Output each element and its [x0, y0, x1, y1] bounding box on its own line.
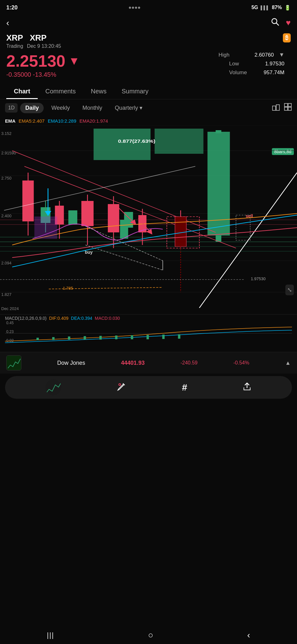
- tabs: Chart Comments News Summary: [0, 81, 297, 99]
- android-nav: ||| ○ ‹: [0, 626, 297, 644]
- low-value: 1.97530: [256, 61, 284, 67]
- ema-label: EMA: [5, 118, 15, 124]
- back-button[interactable]: ‹: [6, 18, 9, 28]
- macd-level-023: 0.23: [6, 330, 14, 334]
- edit-post-button[interactable]: [117, 381, 127, 394]
- low-row: Low 1.97530: [229, 61, 284, 67]
- android-back-button[interactable]: ‹: [247, 630, 250, 640]
- svg-point-0: [272, 19, 277, 24]
- asset-info: XRP XRP ₿ Trading Dec 9 13:20:45: [0, 32, 297, 49]
- chart-svg: 0.877(27.63%): [0, 125, 297, 314]
- header-actions: ♥: [270, 17, 291, 29]
- svg-rect-23: [216, 236, 221, 242]
- svg-rect-73: [131, 335, 133, 339]
- svg-rect-3: [276, 105, 279, 110]
- macd-value: MACD:0.030: [95, 316, 120, 321]
- search-button[interactable]: [270, 17, 280, 29]
- macd-level-002: 0.02: [6, 338, 14, 343]
- timeframe-1d[interactable]: 1D: [5, 103, 18, 113]
- svg-rect-25: [155, 129, 203, 154]
- svg-text:0.877(27.63%): 0.877(27.63%): [118, 139, 155, 144]
- svg-rect-70: [84, 336, 86, 340]
- svg-rect-76: [178, 334, 180, 339]
- ticker-name: Dow Jones: [57, 360, 85, 366]
- svg-rect-39: [68, 210, 77, 225]
- grid-tool[interactable]: [284, 103, 292, 113]
- svg-rect-6: [284, 107, 288, 110]
- svg-rect-75: [162, 335, 165, 339]
- price-change: -0.35000 -13.45%: [6, 71, 80, 78]
- high-label: High: [218, 52, 240, 58]
- bottom-ticker: Dow Jones 44401.93 -240.59 -0.54% ▲: [0, 352, 297, 374]
- status-bar: 1:20 ●●●● 5G ▌▌▌ 87% 🔋: [0, 0, 297, 14]
- ticker-change: -240.59: [180, 360, 197, 366]
- svg-rect-43: [108, 204, 119, 232]
- high-row: High 2.60760 ▼: [218, 52, 284, 58]
- macd-svg: [5, 321, 292, 346]
- svg-line-1: [276, 23, 279, 25]
- android-menu-button[interactable]: |||: [47, 631, 54, 639]
- ema20-label: EMA20:1.974: [80, 118, 108, 124]
- svg-line-63: [49, 287, 162, 289]
- nav-avatar[interactable]: [45, 379, 62, 396]
- period-daily[interactable]: Daily: [20, 103, 44, 113]
- svg-rect-4: [284, 103, 288, 107]
- period-quarterly[interactable]: Quarterly ▾: [110, 103, 147, 113]
- ema-bar: EMA EMA5:2.407 EMA10:2.289 EMA20:1.974: [0, 116, 297, 125]
- low-label: Low: [229, 61, 251, 67]
- signal-label: 5G: [251, 5, 258, 10]
- trading-label: Trading: [6, 43, 23, 49]
- svg-rect-22: [216, 130, 221, 133]
- price-left: 2.25130 ▼ -0.35000 -13.45%: [6, 52, 80, 78]
- chart-area[interactable]: 3.152 2.91590 2.750 2.400 2.094 1.827 De…: [0, 125, 297, 314]
- favorite-button[interactable]: ♥: [286, 18, 291, 28]
- ema10-label: EMA10:2.289: [48, 118, 76, 124]
- ema5-label: EMA5:2.407: [19, 118, 45, 124]
- svg-rect-69: [68, 336, 70, 340]
- asset-symbol: XRP XRP: [6, 33, 47, 43]
- share-button[interactable]: [242, 382, 252, 393]
- main-price: 2.25130 ▼: [6, 52, 80, 70]
- tab-news[interactable]: News: [83, 85, 114, 99]
- period-weekly[interactable]: Weekly: [46, 103, 75, 113]
- svg-rect-64: [35, 217, 57, 239]
- volume-value: 957.74M: [256, 69, 284, 76]
- bitcoin-badge: ₿: [283, 33, 291, 42]
- search-icon: [270, 17, 280, 26]
- svg-rect-52: [175, 217, 186, 247]
- tab-summary[interactable]: Summary: [114, 85, 156, 99]
- svg-rect-30: [22, 180, 34, 221]
- svg-rect-50: [120, 220, 128, 239]
- ticker-expand-icon[interactable]: ▲: [285, 360, 291, 366]
- period-monthly[interactable]: Monthly: [77, 103, 107, 113]
- svg-rect-24: [94, 129, 151, 160]
- macd-chart-container: 0.45 0.23 0.02: [5, 321, 292, 347]
- svg-rect-77: [7, 356, 21, 370]
- price-stats: High 2.60760 ▼ Low 1.97530 Volume 957.74…: [218, 52, 291, 76]
- tab-comments[interactable]: Comments: [38, 85, 83, 99]
- expand-icon[interactable]: ▼: [279, 52, 284, 58]
- chart-tools: [272, 103, 292, 113]
- compare-tool[interactable]: [272, 103, 280, 113]
- android-home-button[interactable]: ○: [148, 630, 153, 640]
- status-icons: ●●●●: [129, 5, 141, 10]
- svg-rect-72: [115, 336, 118, 339]
- chart-controls: 1D Daily Weekly Monthly Quarterly ▾: [0, 99, 297, 116]
- bottom-nav: #: [5, 376, 292, 399]
- svg-rect-2: [272, 106, 276, 110]
- svg-rect-5: [288, 103, 291, 107]
- svg-rect-40: [81, 201, 94, 226]
- hashtag-button[interactable]: #: [182, 382, 187, 393]
- macd-dea: DEA:0.394: [71, 316, 92, 321]
- svg-rect-78: [45, 379, 62, 396]
- svg-rect-68: [52, 337, 55, 340]
- price-section: 2.25130 ▼ -0.35000 -13.45% High 2.60760 …: [0, 49, 297, 81]
- header-nav: ‹ ♥: [0, 14, 297, 32]
- svg-rect-71: [99, 336, 102, 340]
- macd-area: MACD(12.0,26.0,9.0) DIF:0.409 DEA:0.394 …: [0, 314, 297, 352]
- tab-chart[interactable]: Chart: [6, 85, 38, 99]
- macd-level-045: 0.45: [6, 321, 14, 325]
- svg-rect-74: [146, 335, 149, 339]
- volume-row: Volume 957.74M: [229, 69, 284, 76]
- macd-dif: DIF:0.409: [49, 316, 68, 321]
